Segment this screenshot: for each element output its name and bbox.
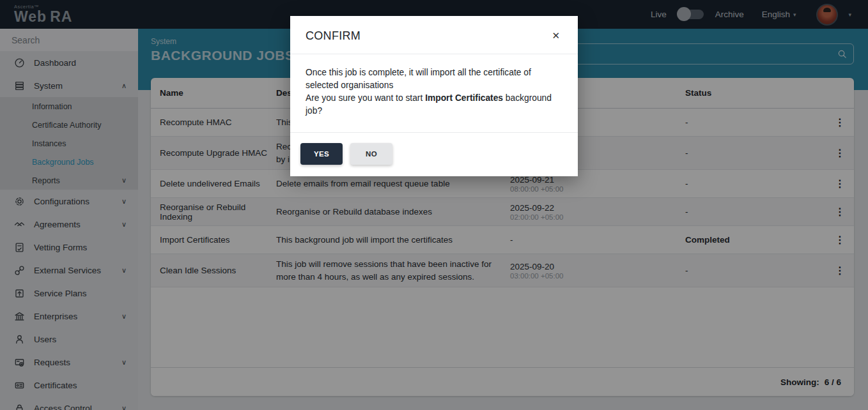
- modal-message-line1: Once this job is complete, it will impor…: [306, 66, 562, 92]
- job-name-emphasis: Import Certificates: [425, 93, 503, 103]
- modal-title: CONFIRM: [306, 29, 360, 43]
- modal-message: Once this job is complete, it will impor…: [290, 54, 578, 133]
- close-icon[interactable]: ✕: [549, 29, 562, 43]
- yes-button[interactable]: YES: [300, 143, 343, 165]
- no-button[interactable]: NO: [350, 143, 392, 165]
- modal-message-line2: Are you sure you want to start Import Ce…: [306, 92, 562, 118]
- confirm-dialog: CONFIRM ✕ Once this job is complete, it …: [290, 16, 578, 176]
